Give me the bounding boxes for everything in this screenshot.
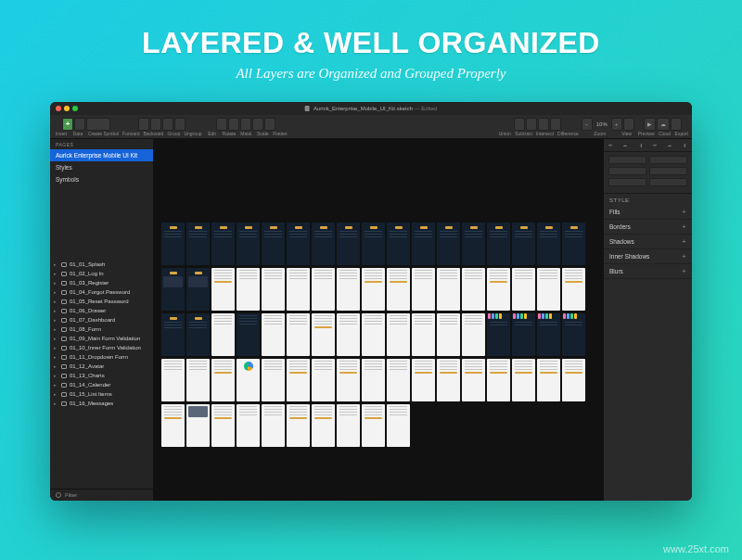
- artboard[interactable]: [412, 313, 435, 356]
- artboard[interactable]: [437, 313, 460, 356]
- artboard[interactable]: [161, 404, 185, 447]
- artboard[interactable]: [312, 223, 335, 265]
- align-left-icon[interactable]: ⫟: [604, 139, 619, 151]
- artboard[interactable]: [312, 359, 335, 401]
- artboard[interactable]: [437, 223, 460, 265]
- align-right-icon[interactable]: ⫞: [633, 139, 648, 151]
- align-center-icon[interactable]: ⫠: [619, 139, 633, 151]
- inspector-section[interactable]: Blurs+: [604, 264, 692, 279]
- inspector-section[interactable]: Borders+: [604, 220, 692, 235]
- height-input[interactable]: [649, 167, 687, 175]
- artboard[interactable]: [262, 359, 285, 401]
- minimize-icon[interactable]: [64, 106, 70, 111]
- artboard[interactable]: [487, 223, 510, 265]
- artboard[interactable]: [262, 404, 285, 447]
- group-button[interactable]: [162, 118, 173, 131]
- artboard[interactable]: [287, 313, 310, 356]
- artboard[interactable]: [487, 313, 510, 356]
- create-symbol-button[interactable]: [86, 118, 110, 131]
- artboard[interactable]: [537, 223, 560, 265]
- artboard[interactable]: [237, 404, 260, 447]
- plus-icon[interactable]: +: [682, 223, 686, 231]
- artboard[interactable]: [237, 223, 260, 265]
- artboard[interactable]: [211, 223, 235, 265]
- difference-button[interactable]: [550, 118, 561, 131]
- artboard[interactable]: [462, 268, 485, 311]
- artboard[interactable]: [462, 359, 485, 401]
- zoom-out-button[interactable]: −: [582, 118, 593, 131]
- plus-icon[interactable]: +: [682, 208, 686, 216]
- insert-button[interactable]: +: [62, 118, 74, 131]
- artboard[interactable]: [186, 223, 210, 265]
- layer-item[interactable]: ▸01_11_Dropdown Form: [50, 352, 153, 362]
- artboard[interactable]: [287, 359, 310, 401]
- layer-item[interactable]: ▸01_06_Drawer: [50, 306, 153, 315]
- layer-item[interactable]: ▸01_10_Inner Form Validation: [50, 343, 153, 352]
- artboard[interactable]: [237, 268, 260, 311]
- artboard[interactable]: [312, 404, 335, 447]
- artboard[interactable]: [562, 223, 585, 265]
- align-middle-icon[interactable]: ⫠: [662, 139, 677, 151]
- plus-icon[interactable]: +: [682, 237, 686, 246]
- forward-button[interactable]: [138, 118, 149, 131]
- artboard[interactable]: [262, 223, 285, 265]
- artboard[interactable]: [161, 359, 185, 401]
- width-input[interactable]: [608, 167, 646, 175]
- artboard[interactable]: [562, 359, 585, 401]
- artboard[interactable]: [161, 313, 185, 356]
- artboard[interactable]: [312, 313, 335, 356]
- align-top-icon[interactable]: ⫟: [647, 139, 662, 151]
- artboard[interactable]: [362, 313, 385, 356]
- inspector-section[interactable]: Fills+: [604, 205, 692, 220]
- artboard[interactable]: [512, 223, 535, 265]
- layer-item[interactable]: ▸01_02_Log In: [50, 269, 153, 278]
- plus-icon[interactable]: +: [682, 252, 686, 261]
- artboard[interactable]: [161, 268, 185, 311]
- artboard[interactable]: [237, 359, 260, 401]
- artboard[interactable]: [387, 268, 410, 311]
- data-button[interactable]: [74, 118, 85, 131]
- artboard[interactable]: [362, 268, 385, 311]
- artboard[interactable]: [412, 268, 435, 311]
- flatten-button[interactable]: [264, 118, 275, 131]
- artboard[interactable]: [362, 359, 385, 401]
- artboard[interactable]: [337, 359, 360, 401]
- align-bottom-icon[interactable]: ⫞: [677, 139, 692, 151]
- artboard[interactable]: [387, 223, 410, 265]
- artboard[interactable]: [262, 268, 285, 311]
- artboard[interactable]: [287, 223, 310, 265]
- layer-item[interactable]: ▸01_03_Register: [50, 278, 153, 287]
- artboard[interactable]: [337, 268, 360, 311]
- artboard[interactable]: [262, 313, 285, 356]
- union-button[interactable]: [514, 118, 525, 131]
- zoom-in-button[interactable]: +: [611, 118, 622, 131]
- view-button[interactable]: [623, 118, 634, 131]
- artboard[interactable]: [562, 268, 585, 311]
- artboard[interactable]: [337, 313, 360, 356]
- inspector-section[interactable]: Inner Shadows+: [604, 249, 692, 264]
- layer-item[interactable]: ▸01_12_Avatar: [50, 362, 153, 371]
- artboard[interactable]: [387, 313, 410, 356]
- ungroup-button[interactable]: [174, 118, 186, 131]
- artboard[interactable]: [186, 404, 210, 447]
- artboard[interactable]: [161, 223, 185, 265]
- artboard[interactable]: [512, 359, 535, 401]
- artboard[interactable]: [186, 268, 210, 311]
- artboard[interactable]: [462, 223, 485, 265]
- layer-item[interactable]: ▸01_05_Reset Password: [50, 297, 153, 306]
- layer-item[interactable]: ▸01_16_Messages: [50, 399, 153, 408]
- artboard[interactable]: [387, 359, 410, 401]
- x-input[interactable]: [608, 156, 646, 164]
- artboard[interactable]: [362, 223, 385, 265]
- mask-button[interactable]: [240, 118, 251, 131]
- artboard[interactable]: [512, 313, 535, 356]
- artboard[interactable]: [437, 359, 460, 401]
- backward-button[interactable]: [150, 118, 161, 131]
- artboard[interactable]: [211, 313, 235, 356]
- layer-item[interactable]: ▸01_04_Forgot Password: [50, 287, 153, 297]
- artboard[interactable]: [537, 359, 560, 401]
- edit-button[interactable]: [216, 118, 227, 131]
- close-icon[interactable]: [56, 106, 61, 111]
- layer-item[interactable]: ▸01_15_List Items: [50, 389, 153, 399]
- page-item-aurick[interactable]: Aurick Enterprise Mobile UI Kit: [50, 149, 153, 161]
